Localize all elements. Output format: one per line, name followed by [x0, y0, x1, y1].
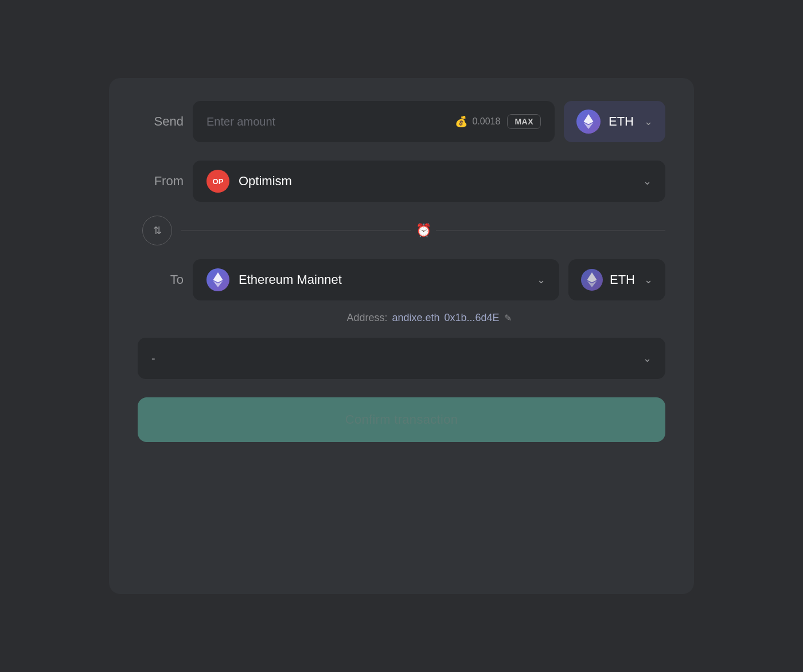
confirm-button[interactable]: Confirm transaction [138, 397, 665, 442]
to-token-selector[interactable]: ETH ⌄ [568, 259, 665, 300]
swap-row: ⇅ ⏰ [138, 216, 665, 245]
bridge-modal: Send Enter amount 💰 0.0018 MAX ETH ⌄ Fro… [109, 78, 694, 594]
amount-placeholder: Enter amount [206, 115, 448, 128]
from-label: From [138, 174, 184, 189]
fee-value: - [151, 352, 641, 365]
ethereum-diamond-icon [583, 114, 594, 129]
send-row: Send Enter amount 💰 0.0018 MAX ETH ⌄ [138, 101, 665, 142]
from-network-name: Optimism [239, 174, 632, 189]
address-row: Address: andixe.eth 0x1b...6d4E ✎ [138, 312, 665, 324]
chevron-down-icon-from: ⌄ [643, 175, 652, 187]
time-divider: ⏰ [181, 230, 665, 231]
fee-selector[interactable]: - ⌄ [138, 338, 665, 379]
confirm-button-label: Confirm transaction [345, 412, 458, 427]
to-token-name: ETH [610, 272, 635, 287]
clock-icon: ⏰ [411, 223, 436, 238]
wallet-icon: 💰 [455, 115, 467, 128]
balance-value: 0.0018 [472, 116, 500, 127]
max-button[interactable]: MAX [507, 114, 541, 129]
balance-info: 💰 0.0018 [455, 115, 500, 128]
swap-button[interactable]: ⇅ [142, 216, 172, 245]
chevron-down-icon-to-network: ⌄ [537, 274, 545, 286]
from-row: From OP Optimism ⌄ [138, 161, 665, 202]
amount-input-container[interactable]: Enter amount 💰 0.0018 MAX [193, 101, 555, 142]
swap-arrows-icon: ⇅ [153, 224, 162, 237]
address-ens: andixe.eth [392, 312, 439, 324]
from-network-selector[interactable]: OP Optimism ⌄ [193, 161, 665, 202]
eth-icon-to-network [206, 268, 229, 291]
address-label: Address: [346, 312, 387, 324]
token-name-send: ETH [609, 114, 634, 129]
eth-icon-to-token [581, 269, 603, 291]
to-label: To [138, 272, 184, 287]
to-network-selector[interactable]: Ethereum Mainnet ⌄ [193, 259, 559, 300]
token-selector-eth[interactable]: ETH ⌄ [564, 101, 665, 142]
chevron-down-icon-fee: ⌄ [643, 352, 652, 365]
address-hex: 0x1b...6d4E [445, 312, 500, 324]
to-row: To Ethereum Mainnet ⌄ ETH ⌄ [138, 259, 665, 300]
chevron-down-icon-send: ⌄ [644, 115, 653, 128]
to-network-name: Ethereum Mainnet [239, 272, 525, 287]
ethereum-diamond-to-icon [212, 272, 224, 287]
optimism-icon: OP [206, 170, 229, 193]
ethereum-diamond-token-icon [586, 272, 598, 287]
eth-icon-send [576, 110, 601, 134]
chevron-down-icon-to-token: ⌄ [644, 274, 653, 286]
edit-address-icon[interactable]: ✎ [504, 312, 512, 323]
send-label: Send [138, 114, 184, 129]
